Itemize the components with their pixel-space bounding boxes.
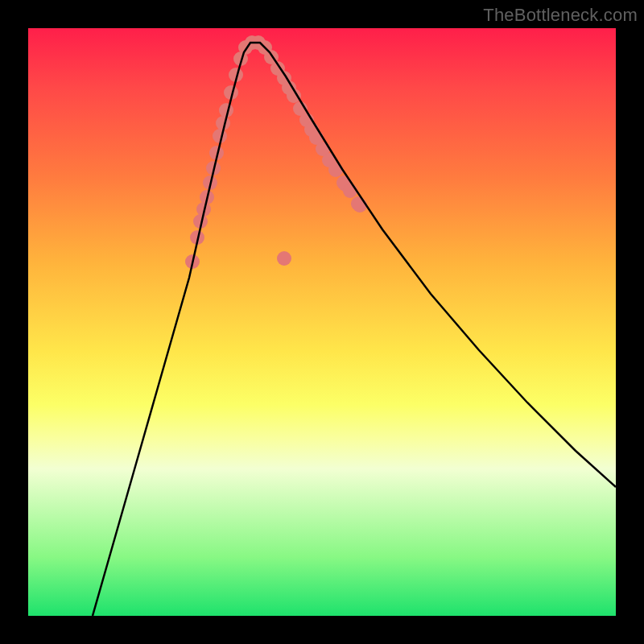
bottleneck-curve: [93, 43, 616, 616]
curve-layer: [28, 28, 616, 616]
data-marker: [277, 251, 291, 266]
chart-frame: TheBottleneck.com: [0, 0, 644, 644]
data-marker: [343, 184, 357, 198]
data-marker: [353, 198, 367, 213]
watermark-text: TheBottleneck.com: [483, 5, 638, 26]
plot-area: [28, 28, 616, 616]
data-marker: [328, 163, 343, 177]
